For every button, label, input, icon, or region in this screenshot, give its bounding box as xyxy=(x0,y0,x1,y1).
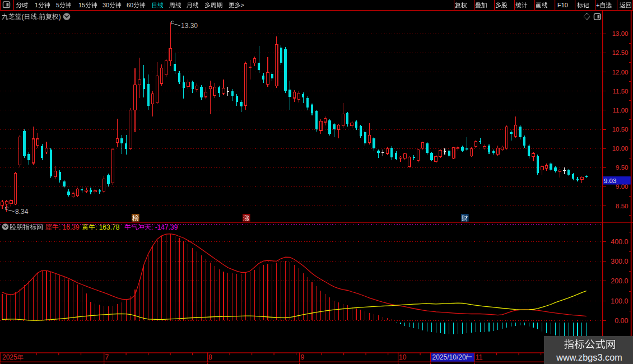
svg-text:12.00: 12.00 xyxy=(612,69,629,76)
svg-text:www.zbgs3.com: www.zbgs3.com xyxy=(556,352,622,362)
svg-text:12.50: 12.50 xyxy=(612,49,629,56)
svg-text:300.0: 300.0 xyxy=(611,258,628,265)
svg-text:7: 7 xyxy=(105,353,109,361)
svg-text:>: > xyxy=(241,2,244,8)
svg-text:9.03: 9.03 xyxy=(604,178,616,184)
svg-text:10.00: 10.00 xyxy=(612,145,629,152)
svg-text:: 163.78: : 163.78 xyxy=(95,223,120,231)
svg-text:(: ( xyxy=(21,13,24,21)
svg-text:9.50: 9.50 xyxy=(616,164,628,171)
svg-text:2025: 2025 xyxy=(2,353,17,361)
svg-text:: -147.39: : -147.39 xyxy=(151,223,178,231)
svg-text:+: + xyxy=(596,2,599,8)
svg-text:8: 8 xyxy=(208,353,212,361)
svg-text:2025/10/20/: 2025/10/20/ xyxy=(432,353,468,361)
svg-text:15: 15 xyxy=(78,2,85,8)
svg-text:100.0: 100.0 xyxy=(611,297,628,305)
svg-text:5: 5 xyxy=(56,2,59,8)
svg-text:11.00: 11.00 xyxy=(613,107,629,114)
svg-text:: 16.39: : 16.39 xyxy=(59,223,80,231)
svg-text:11.50: 11.50 xyxy=(613,88,629,95)
svg-text:9: 9 xyxy=(301,353,305,361)
svg-text:60: 60 xyxy=(127,2,133,8)
svg-text:30: 30 xyxy=(103,2,109,8)
svg-text:.: . xyxy=(37,13,39,21)
svg-text:11: 11 xyxy=(476,353,483,361)
svg-text:8.50: 8.50 xyxy=(616,203,628,209)
svg-text:10.50: 10.50 xyxy=(612,126,629,133)
svg-text:F10: F10 xyxy=(557,2,568,8)
svg-text:8.34: 8.34 xyxy=(15,208,29,216)
svg-text:400.0: 400.0 xyxy=(611,238,628,246)
svg-text:1: 1 xyxy=(35,2,38,8)
svg-text:200.0: 200.0 xyxy=(611,277,628,285)
svg-text:13.30: 13.30 xyxy=(181,22,198,30)
svg-text:10: 10 xyxy=(399,353,407,361)
svg-text:0.00: 0.00 xyxy=(615,317,628,325)
svg-text:): ) xyxy=(59,13,61,21)
svg-text:13.00: 13.00 xyxy=(612,30,629,37)
